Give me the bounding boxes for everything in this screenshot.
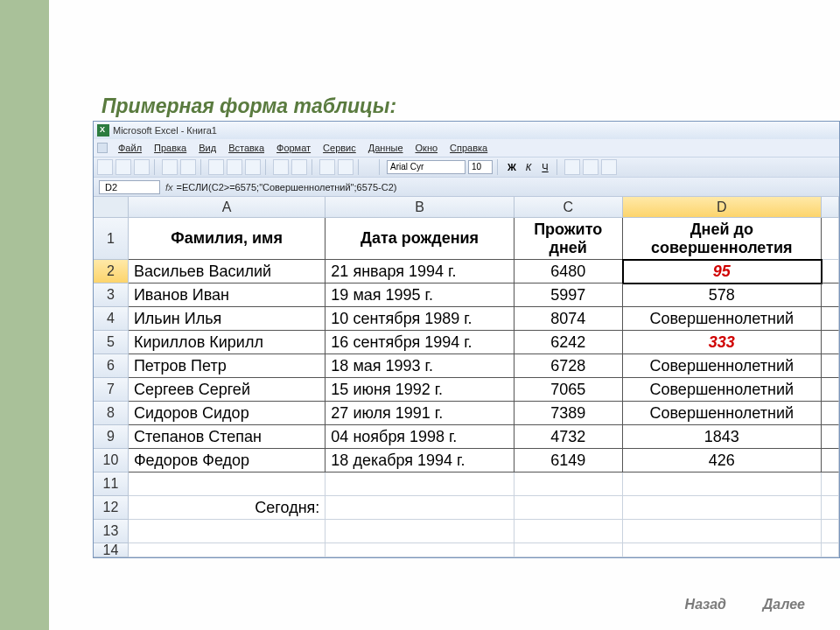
cell-D5[interactable]: 333	[623, 331, 822, 354]
row-header-7[interactable]: 7	[94, 378, 129, 402]
open-button[interactable]	[116, 159, 131, 175]
cell-A8[interactable]: Сидоров Сидор	[129, 402, 326, 425]
row-header-9[interactable]: 9	[94, 425, 129, 449]
cell-E9[interactable]	[822, 425, 839, 449]
menu-insert[interactable]: Вставка	[223, 141, 270, 155]
paste-button[interactable]	[245, 159, 261, 175]
row-header-14[interactable]: 14	[94, 543, 129, 557]
cell-A9[interactable]: Степанов Степан	[129, 425, 326, 449]
font-size-combo[interactable]: 10	[468, 160, 493, 174]
cell-E5[interactable]	[822, 331, 839, 354]
cell-E1[interactable]	[822, 218, 839, 260]
cell-A1[interactable]: Фамилия, имя	[129, 218, 326, 260]
system-menu-icon[interactable]	[97, 143, 108, 153]
align-center-button[interactable]	[583, 159, 598, 175]
cell-A3[interactable]: Иванов Иван	[129, 284, 326, 307]
cell-B11[interactable]	[326, 472, 514, 496]
col-header-B[interactable]: B	[326, 197, 514, 218]
cell-B14[interactable]	[326, 543, 514, 557]
row-header-4[interactable]: 4	[94, 307, 129, 331]
cell-E14[interactable]	[822, 543, 839, 557]
cell-E10[interactable]	[822, 449, 839, 472]
cell-E4[interactable]	[822, 307, 839, 331]
cell-B6[interactable]: 18 мая 1993 г.	[326, 354, 514, 378]
cell-D2[interactable]: 95	[623, 260, 822, 284]
cell-B4[interactable]: 10 сентября 1989 г.	[326, 307, 514, 331]
menu-help[interactable]: Справка	[444, 141, 493, 155]
cell-C5[interactable]: 6242	[514, 331, 623, 354]
row-header-6[interactable]: 6	[94, 354, 129, 378]
row-header-3[interactable]: 3	[94, 284, 129, 307]
cell-A12[interactable]: Сегодня:	[129, 496, 326, 520]
sum-button[interactable]	[319, 159, 335, 175]
cell-A13[interactable]	[129, 520, 326, 543]
copy-button[interactable]	[227, 159, 242, 175]
cell-B1[interactable]: Дата рождения	[326, 218, 514, 260]
print-button[interactable]	[162, 159, 178, 175]
titlebar[interactable]: Microsoft Excel - Книга1	[94, 122, 839, 139]
cell-D8[interactable]: Совершеннолетний	[623, 402, 822, 425]
cell-C9[interactable]: 4732	[514, 425, 623, 449]
menu-data[interactable]: Данные	[363, 141, 409, 155]
cell-E2[interactable]	[822, 260, 839, 284]
menu-edit[interactable]: Правка	[149, 141, 192, 155]
preview-button[interactable]	[180, 159, 196, 175]
cell-E11[interactable]	[822, 472, 839, 496]
cell-D4[interactable]: Совершеннолетний	[623, 307, 822, 331]
cell-C1[interactable]: Прожито дней	[514, 218, 623, 260]
row-header-11[interactable]: 11	[94, 472, 129, 496]
cell-E3[interactable]	[822, 284, 839, 307]
underline-button[interactable]: Ч	[538, 162, 552, 172]
cell-C7[interactable]: 7065	[514, 378, 623, 402]
menu-window[interactable]: Окно	[410, 141, 444, 155]
cell-D13[interactable]	[623, 520, 822, 543]
cell-C14[interactable]	[514, 543, 623, 557]
cell-D12[interactable]	[623, 496, 822, 520]
cell-D9[interactable]: 1843	[623, 425, 822, 449]
cell-A4[interactable]: Ильин Илья	[129, 307, 326, 331]
fx-icon[interactable]: fx	[165, 182, 173, 192]
cell-C2[interactable]: 6480	[514, 260, 623, 284]
redo-button[interactable]	[291, 159, 307, 175]
menu-view[interactable]: Вид	[193, 141, 221, 155]
save-button[interactable]	[134, 159, 150, 175]
cell-D3[interactable]: 578	[623, 284, 822, 307]
cell-D10[interactable]: 426	[623, 449, 822, 472]
spreadsheet-grid[interactable]: A B C D 1 Фамилия, имя Дата рождения Про…	[94, 197, 839, 557]
cell-B3[interactable]: 19 мая 1995 г.	[326, 284, 514, 307]
cell-D6[interactable]: Совершеннолетний	[623, 354, 822, 378]
cell-C13[interactable]	[514, 520, 623, 543]
menu-format[interactable]: Формат	[271, 141, 316, 155]
col-header-C[interactable]: C	[514, 197, 623, 218]
italic-button[interactable]: К	[522, 162, 536, 172]
menu-file[interactable]: Файл	[113, 141, 147, 155]
cell-A6[interactable]: Петров Петр	[129, 354, 326, 378]
row-header-13[interactable]: 13	[94, 520, 129, 543]
cell-C11[interactable]	[514, 472, 623, 496]
cell-B7[interactable]: 15 июня 1992 г.	[326, 378, 514, 402]
cell-A5[interactable]: Кириллов Кирилл	[129, 331, 326, 354]
cell-D7[interactable]: Совершеннолетний	[623, 378, 822, 402]
align-right-button[interactable]	[601, 159, 617, 175]
cell-C10[interactable]: 6149	[514, 449, 623, 472]
col-header-E[interactable]	[822, 197, 839, 218]
cell-E6[interactable]	[822, 354, 839, 378]
cell-E12[interactable]	[822, 496, 839, 520]
cell-C6[interactable]: 6728	[514, 354, 623, 378]
cell-C4[interactable]: 8074	[514, 307, 623, 331]
cell-B13[interactable]	[326, 520, 514, 543]
menu-tools[interactable]: Сервис	[318, 141, 361, 155]
cell-C8[interactable]: 7389	[514, 402, 623, 425]
row-header-2[interactable]: 2	[94, 260, 129, 284]
cell-D14[interactable]	[623, 543, 822, 557]
name-box[interactable]: D2	[99, 180, 160, 194]
cell-E8[interactable]	[822, 402, 839, 425]
cell-E7[interactable]	[822, 378, 839, 402]
row-header-12[interactable]: 12	[94, 496, 129, 520]
new-button[interactable]	[97, 159, 113, 175]
col-header-D[interactable]: D	[623, 197, 822, 218]
cell-C3[interactable]: 5997	[514, 284, 623, 307]
align-left-button[interactable]	[564, 159, 580, 175]
cell-A2[interactable]: Васильев Василий	[129, 260, 326, 284]
cell-D1[interactable]: Дней до совершеннолетия	[623, 218, 822, 260]
